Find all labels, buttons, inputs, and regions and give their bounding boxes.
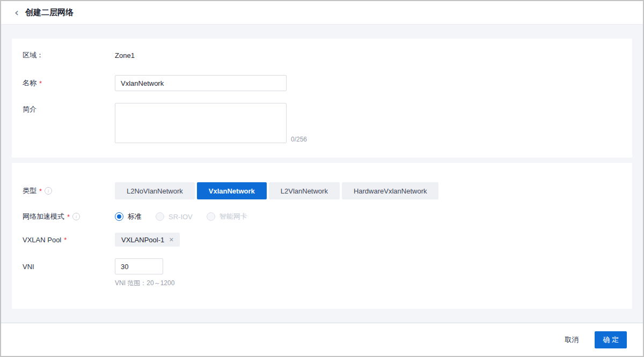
type-row: 类型 * i L2NoVlanNetwork VxlanNetwork L2Vl… — [23, 182, 621, 199]
vxlan-pool-tag-label: VXLANPool-1 — [121, 236, 164, 244]
name-row: 名称 * — [23, 75, 621, 91]
radio-smartnic-label: 智能网卡 — [219, 212, 247, 221]
back-icon[interactable]: ‹ — [14, 7, 19, 18]
vxlan-pool-label: VXLAN Pool * — [23, 233, 115, 247]
vxlan-pool-row: VXLAN Pool * VXLANPool-1 × — [23, 233, 621, 247]
topbar: ‹ 创建二层网络 — [1, 1, 643, 25]
name-label-text: 名称 — [23, 78, 36, 88]
description-row: 简介 0/256 — [23, 103, 621, 143]
description-wrap: 0/256 — [115, 103, 307, 143]
create-l2-network-window: ‹ 创建二层网络 区域： Zone1 名称 * 简介 — [0, 0, 644, 357]
radio-standard-label: 标准 — [128, 212, 142, 221]
acceleration-mode-row: 网络加速模式 * i 标准 SR-IOV 智能网卡 — [23, 211, 621, 222]
vni-label-text: VNI — [23, 263, 34, 271]
acceleration-mode-options: 标准 SR-IOV 智能网卡 — [115, 211, 247, 221]
vni-input[interactable] — [115, 258, 163, 274]
type-label-text: 类型 — [23, 186, 36, 196]
required-asterisk: * — [64, 236, 67, 244]
radio-smartnic: 智能网卡 — [207, 212, 247, 221]
footer-bar: 取消 确 定 — [1, 323, 643, 356]
cancel-button[interactable]: 取消 — [565, 335, 579, 345]
name-input[interactable] — [115, 75, 287, 91]
type-option-vxlannetwork[interactable]: VxlanNetwork — [197, 182, 267, 199]
required-asterisk: * — [39, 187, 42, 195]
char-counter: 0/256 — [291, 136, 307, 143]
radio-disabled-icon — [156, 212, 164, 221]
radio-selected-icon — [115, 212, 123, 221]
required-asterisk: * — [39, 79, 42, 87]
acceleration-mode-label: 网络加速模式 * i — [23, 211, 115, 222]
type-options-group: L2NoVlanNetwork VxlanNetwork L2VlanNetwo… — [115, 182, 438, 199]
vni-row: VNI VNI 范围：20～1200 — [23, 258, 621, 288]
close-icon[interactable]: × — [169, 236, 173, 243]
radio-sriov: SR-IOV — [156, 212, 193, 221]
description-textarea[interactable] — [115, 103, 287, 143]
description-label-text: 简介 — [23, 105, 36, 114]
info-icon[interactable]: i — [45, 187, 52, 195]
vni-range-hint: VNI 范围：20～1200 — [115, 279, 174, 288]
zone-row: 区域： Zone1 — [23, 50, 621, 60]
confirm-button[interactable]: 确 定 — [595, 331, 627, 348]
acceleration-mode-label-text: 网络加速模式 — [23, 212, 64, 221]
page-title: 创建二层网络 — [25, 8, 74, 18]
content-area: 区域： Zone1 名称 * 简介 0/256 — [1, 25, 643, 323]
type-option-l2vlannetwork[interactable]: L2VlanNetwork — [269, 182, 340, 199]
vni-label: VNI — [23, 258, 115, 274]
radio-standard[interactable]: 标准 — [115, 212, 142, 221]
type-option-l2novlannetwork[interactable]: L2NoVlanNetwork — [115, 182, 195, 199]
name-label: 名称 * — [23, 75, 115, 91]
radio-disabled-icon — [207, 212, 215, 221]
zone-value: Zone1 — [115, 50, 135, 59]
zone-label-text: 区域： — [23, 50, 43, 60]
network-type-card: 类型 * i L2NoVlanNetwork VxlanNetwork L2Vl… — [12, 163, 632, 309]
description-label: 简介 — [23, 103, 115, 114]
type-label: 类型 * i — [23, 182, 115, 199]
zone-label: 区域： — [23, 50, 115, 60]
vxlan-pool-tag[interactable]: VXLANPool-1 × — [115, 233, 180, 247]
basic-info-card: 区域： Zone1 名称 * 简介 0/256 — [12, 39, 632, 158]
info-icon[interactable]: i — [72, 213, 80, 220]
required-asterisk: * — [67, 213, 70, 221]
vni-field-wrap: VNI 范围：20～1200 — [115, 258, 174, 288]
radio-sriov-label: SR-IOV — [169, 213, 193, 221]
vxlan-pool-label-text: VXLAN Pool — [23, 236, 61, 244]
type-option-hardwarevxlannetwork[interactable]: HardwareVxlanNetwork — [342, 182, 439, 199]
